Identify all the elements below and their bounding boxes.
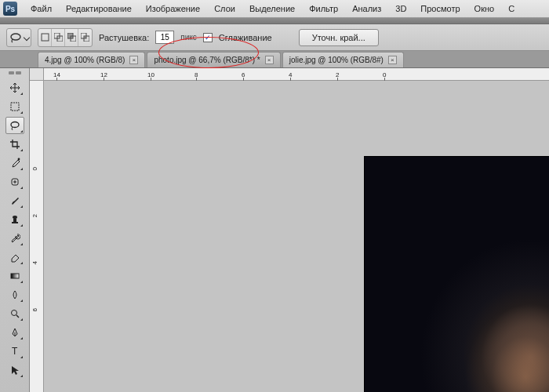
svg-point-17 [11,310,16,316]
menu-image[interactable]: Изображение [139,2,207,16]
lasso-icon [9,32,22,43]
canvas-area: 14 12 10 8 6 4 2 0 0 2 4 6 [30,68,549,392]
tool-healing[interactable] [5,173,24,191]
ruler-horizontal[interactable]: 14 12 10 8 6 4 2 0 [44,68,549,81]
tab-label: 4.jpg @ 100% (RGB/8) [45,56,125,64]
svg-line-18 [16,315,19,318]
selection-mode-group [38,28,93,47]
tool-gradient[interactable] [5,267,24,285]
menu-analysis[interactable]: Анализ [345,2,388,16]
close-icon[interactable]: × [388,56,397,64]
photo-content [365,157,549,392]
svg-point-0 [11,34,20,40]
document-tabs: 4.jpg @ 100% (RGB/8)× photo.jpg @ 66,7% … [0,51,549,68]
svg-point-10 [11,122,19,128]
svg-point-11 [17,158,20,161]
svg-rect-8 [84,36,86,38]
document-canvas[interactable] [44,81,549,392]
antialias-checkbox[interactable]: ✓ [203,33,213,42]
tool-dodge[interactable] [5,305,24,322]
ruler-tick: 0 [383,71,386,78]
menu-file[interactable]: Файл [24,2,59,16]
tool-stamp[interactable] [5,211,24,228]
feather-input[interactable] [155,31,174,44]
tools-panel: T [0,68,30,392]
menu-filter[interactable]: Фильтр [302,2,345,16]
menu-bar: Ps Файл Редактирование Изображение Слои … [0,0,549,18]
ruler-vertical[interactable]: 0 2 4 6 [30,81,44,392]
menu-window[interactable]: Окно [467,2,502,16]
ruler-tick: 8 [195,71,198,78]
refine-edge-button[interactable]: Уточн. край... [299,29,379,46]
selection-new-button[interactable] [38,29,52,46]
antialias-label: Сглаживание [219,33,272,42]
menu-select[interactable]: Выделение [242,2,302,16]
tab-label: jolie.jpg @ 100% (RGB/8#) [289,56,384,64]
menu-more[interactable]: С [501,2,522,16]
ruler-tick: 6 [31,308,38,311]
app-logo: Ps [3,2,17,16]
ruler-tick: 4 [289,71,292,78]
ruler-tick: 10 [147,71,155,78]
tool-move[interactable] [5,79,24,96]
ruler-tick: 0 [31,167,38,170]
chevron-down-icon [23,34,29,40]
tool-path-select[interactable] [5,361,24,379]
current-tool-indicator[interactable] [6,28,31,47]
menu-view[interactable]: Просмотр [413,2,467,16]
svg-rect-13 [12,222,18,223]
selection-subtract-button[interactable] [65,29,78,46]
ruler-tick: 12 [100,71,107,78]
close-icon[interactable]: × [265,56,274,64]
svg-rect-14 [13,219,16,222]
svg-rect-9 [11,103,19,111]
feather-unit: пикс [180,33,197,42]
tool-blur[interactable] [5,286,24,303]
tool-crop[interactable] [5,136,24,153]
ruler-tick: 2 [336,71,339,78]
svg-rect-1 [42,34,49,41]
tab-doc-1[interactable]: photo.jpg @ 66,7% (RGB/8*) *× [147,52,280,67]
ruler-tick: 6 [242,71,245,78]
menu-layers[interactable]: Слои [207,2,242,16]
ruler-tick: 14 [53,71,60,78]
svg-rect-16 [11,274,19,278]
tab-doc-2[interactable]: jolie.jpg @ 100% (RGB/8#)× [282,52,404,67]
tool-history-brush[interactable] [5,230,24,247]
tool-marquee[interactable] [5,98,24,115]
menu-3d[interactable]: 3D [388,2,413,16]
close-icon[interactable]: × [129,56,138,64]
svg-point-15 [13,216,17,219]
tab-label: photo.jpg @ 66,7% (RGB/8*) * [154,56,260,64]
options-bar: Растушевка: пикс ✓ Сглаживание Уточн. кр… [0,24,549,51]
tool-eyedropper[interactable] [5,154,24,172]
ruler-origin[interactable] [30,68,44,81]
feather-label: Растушевка: [99,33,149,42]
ruler-tick: 2 [31,214,38,217]
tool-pen[interactable] [5,324,24,341]
panel-grip[interactable] [4,71,26,76]
tab-doc-0[interactable]: 4.jpg @ 100% (RGB/8)× [38,52,145,67]
selection-intersect-button[interactable] [78,29,92,46]
svg-text:T: T [12,346,18,357]
ruler-tick: 4 [31,261,38,264]
app-frame-bar [0,18,549,24]
menu-edit[interactable]: Редактирование [59,2,139,16]
selection-add-button[interactable] [52,29,65,46]
tool-type[interactable]: T [5,343,24,360]
workspace: T 14 12 10 8 6 4 2 0 0 2 4 6 [0,68,549,392]
tool-lasso[interactable] [5,117,24,134]
tool-eraser[interactable] [5,249,24,266]
tool-brush[interactable] [5,192,24,209]
